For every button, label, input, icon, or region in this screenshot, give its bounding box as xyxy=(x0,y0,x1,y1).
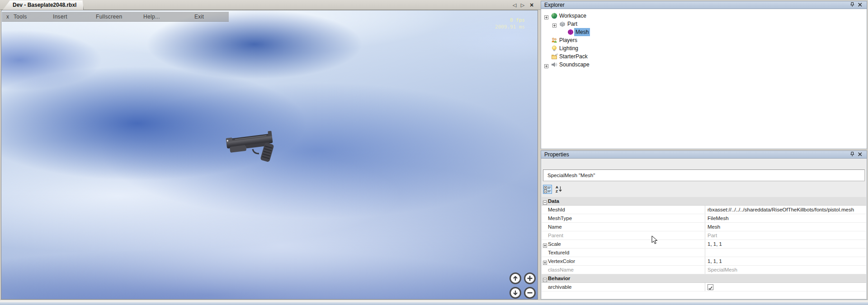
properties-header: Properties xyxy=(541,150,867,159)
property-row-parent: ParentPart xyxy=(542,231,866,240)
svg-text:Z: Z xyxy=(556,189,558,193)
tab-bar: Dev - Baseplate2048.rbxl ◁ ▷ × xyxy=(0,0,541,10)
tree-item-players[interactable]: Players xyxy=(541,36,867,44)
properties-body: SpecialMesh "Mesh" A Z xyxy=(541,159,867,300)
tab-scroll-left-icon[interactable]: ◁ xyxy=(511,1,518,9)
property-name: archivable xyxy=(548,283,571,291)
properties-title: Properties xyxy=(544,151,569,158)
pin-icon[interactable] xyxy=(849,2,856,9)
expand-icon[interactable] xyxy=(544,62,548,66)
menu-item-insert[interactable]: Insert xyxy=(53,12,67,22)
explorer-header: Explorer xyxy=(541,1,867,9)
plus-icon xyxy=(526,274,534,282)
camera-tilt-down-button[interactable] xyxy=(509,287,521,299)
tab-close-icon[interactable]: × xyxy=(528,1,535,9)
properties-panel: Properties SpecialMesh "Mesh" A Z xyxy=(541,150,867,300)
menu-item-fullscreen[interactable]: Fullscreen xyxy=(96,12,122,22)
tree-item-soundscape[interactable]: Soundscape xyxy=(541,61,867,69)
menu-close-button[interactable]: x xyxy=(6,12,9,22)
property-value[interactable]: 1, 1, 1 xyxy=(708,240,866,249)
tree-item-label[interactable]: Mesh xyxy=(574,28,590,36)
property-row-classname: classNameSpecialMesh xyxy=(542,266,866,274)
tree-item-label[interactable]: Workspace xyxy=(558,12,588,20)
selected-object-box[interactable]: SpecialMesh "Mesh" xyxy=(543,169,865,181)
explorer-tree: WorkspacePartMeshPlayersLightingStarterP… xyxy=(541,9,867,149)
property-row-scale: Scale1, 1, 1 xyxy=(542,240,866,249)
camera-tilt-up-button[interactable] xyxy=(509,272,521,284)
minus-icon xyxy=(526,289,534,297)
pin-icon[interactable] xyxy=(849,151,856,158)
properties-toolbar: A Z xyxy=(543,185,565,194)
property-value[interactable]: Part xyxy=(708,231,866,240)
section-label: Data xyxy=(548,197,559,206)
property-name: Name xyxy=(548,223,562,231)
lighting-icon xyxy=(551,45,557,52)
collapse-icon[interactable] xyxy=(543,276,547,280)
property-value[interactable]: FileMesh xyxy=(708,214,866,223)
starterpack-icon xyxy=(551,53,557,60)
explorer-title: Explorer xyxy=(544,2,565,8)
tree-item-workspace[interactable]: Workspace xyxy=(541,12,867,20)
tree-item-label[interactable]: Players xyxy=(558,36,579,44)
mesh-icon xyxy=(567,29,574,35)
tree-item-label[interactable]: StarterPack xyxy=(558,52,589,61)
performance-overlay: 0 fps 2009.91 ms xyxy=(495,17,525,30)
tree-item-label[interactable]: Lighting xyxy=(558,44,580,52)
tree-item-starterpack[interactable]: StarterPack xyxy=(541,52,867,61)
taskbar-edge xyxy=(0,302,868,305)
property-row-archivable: archivable xyxy=(542,283,866,291)
soundscape-icon xyxy=(551,61,557,68)
expand-icon[interactable] xyxy=(544,14,548,18)
tree-item-lighting[interactable]: Lighting xyxy=(541,44,867,52)
properties-grid: DataMeshIdrbxasset://../../../shareddata… xyxy=(542,197,866,299)
menu-item-tools[interactable]: Tools xyxy=(14,12,27,22)
pistol-mesh-render[interactable] xyxy=(225,129,284,163)
down-arrow-icon xyxy=(511,289,519,297)
alphabetical-sort-button[interactable]: A Z xyxy=(555,185,564,194)
property-value[interactable]: 1, 1, 1 xyxy=(708,257,866,266)
expand-icon[interactable] xyxy=(543,242,547,246)
menu-item-exit[interactable]: Exit xyxy=(194,12,204,22)
checkbox-checked-icon[interactable] xyxy=(708,284,713,290)
part-icon xyxy=(559,21,566,27)
close-icon[interactable] xyxy=(857,2,864,9)
property-value[interactable]: Mesh xyxy=(708,223,866,231)
property-name: MeshType xyxy=(548,214,572,223)
document-tab-title: Dev - Baseplate2048.rbxl xyxy=(13,2,76,8)
property-name: Parent xyxy=(548,231,563,240)
section-behavior: Behavior xyxy=(542,274,866,283)
tab-scroll-right-icon[interactable]: ▷ xyxy=(519,1,526,9)
az-sort-icon: A Z xyxy=(555,185,563,193)
property-row-vertexcolor: VertexColor1, 1, 1 xyxy=(542,257,866,266)
expand-icon[interactable] xyxy=(552,22,557,26)
tree-item-label[interactable]: Soundscape xyxy=(558,61,591,69)
property-row-meshtype: MeshTypeFileMesh xyxy=(542,214,866,223)
zoom-out-button[interactable] xyxy=(524,287,536,299)
categorized-view-button[interactable] xyxy=(543,185,552,194)
workspace-icon xyxy=(551,13,557,19)
property-row-textureid: TextureId xyxy=(542,249,866,257)
property-name: VertexColor xyxy=(548,257,575,266)
categorized-icon xyxy=(543,185,552,193)
section-data: Data xyxy=(542,197,866,206)
tree-item-label[interactable]: Part xyxy=(566,20,579,28)
property-name: TextureId xyxy=(548,249,569,257)
menu-item-help-[interactable]: Help... xyxy=(143,12,160,22)
close-icon[interactable] xyxy=(857,151,864,158)
players-icon xyxy=(551,37,557,43)
section-label: Behavior xyxy=(548,274,570,283)
document-tab[interactable]: Dev - Baseplate2048.rbxl xyxy=(3,0,84,10)
zoom-in-button[interactable] xyxy=(524,272,536,284)
expand-icon[interactable] xyxy=(543,259,547,263)
property-name: MeshId xyxy=(548,206,565,214)
property-value[interactable]: SpecialMesh xyxy=(708,266,866,274)
frame-time-counter: 2009.91 ms xyxy=(495,23,525,30)
3d-viewport[interactable]: x ToolsInsertFullscreenHelp...Exit 0 fps… xyxy=(1,10,538,300)
property-name: Scale xyxy=(548,240,561,249)
tree-item-part[interactable]: Part xyxy=(541,20,867,28)
mouse-cursor xyxy=(651,235,660,245)
property-value[interactable]: rbxasset://../../../shareddata/RiseOfThe… xyxy=(708,206,866,214)
collapse-icon[interactable] xyxy=(543,199,547,203)
property-row-name: NameMesh xyxy=(542,223,866,231)
tree-item-mesh[interactable]: Mesh xyxy=(541,28,867,36)
